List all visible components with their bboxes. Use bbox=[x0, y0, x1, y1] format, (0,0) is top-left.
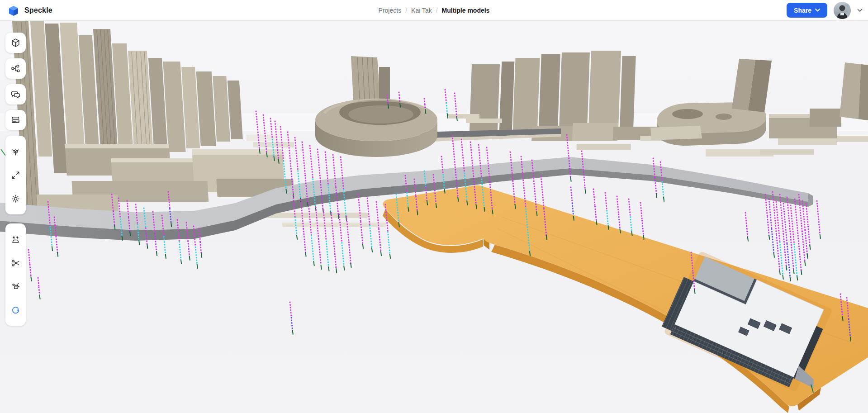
models-button[interactable] bbox=[5, 33, 26, 53]
app-title: Speckle bbox=[24, 6, 52, 14]
breadcrumb-project-name[interactable]: Kai Tak bbox=[411, 7, 432, 14]
speech-bubbles-icon bbox=[10, 89, 21, 100]
user-menu-chevron[interactable] bbox=[857, 9, 863, 12]
cube-icon bbox=[10, 38, 21, 48]
viewer-toolbar bbox=[5, 33, 26, 335]
viewer-canvas[interactable] bbox=[0, 0, 868, 413]
measure-button[interactable] bbox=[5, 110, 26, 130]
explode-button[interactable] bbox=[5, 275, 26, 298]
user-avatar[interactable] bbox=[834, 2, 851, 19]
orbit-button[interactable] bbox=[5, 298, 26, 322]
breadcrumb-projects[interactable]: Projects bbox=[379, 7, 402, 14]
expand-arrows-icon bbox=[10, 170, 21, 180]
user-avatar-photo bbox=[834, 2, 851, 19]
breadcrumb-separator: / bbox=[436, 7, 438, 14]
light-controls-button[interactable] bbox=[5, 187, 26, 210]
tool-controls-panel bbox=[5, 223, 26, 326]
chevron-down-icon bbox=[857, 9, 863, 12]
speckle-logo[interactable]: Speckle bbox=[7, 4, 52, 17]
exploded-cube-icon bbox=[10, 281, 21, 292]
sun-icon bbox=[10, 194, 21, 204]
chevron-down-icon bbox=[815, 9, 820, 12]
view-controls-panel bbox=[5, 136, 26, 214]
top-navigation-bar: Speckle Projects / Kai Tak / Multiple mo… bbox=[0, 0, 868, 21]
breadcrumb-separator: / bbox=[405, 7, 407, 14]
speckle-cube-logo-icon bbox=[7, 4, 20, 17]
projection-button[interactable] bbox=[5, 228, 26, 251]
orbit-arrow-icon bbox=[10, 305, 21, 315]
views-button[interactable] bbox=[5, 140, 26, 163]
breadcrumb: Projects / Kai Tak / Multiple models bbox=[379, 0, 490, 20]
axis-cube-icon bbox=[10, 147, 21, 157]
fit-to-screen-button[interactable] bbox=[5, 163, 26, 187]
discussions-button[interactable] bbox=[5, 84, 26, 104]
section-button[interactable] bbox=[5, 251, 26, 275]
scene-explorer-button[interactable] bbox=[5, 58, 26, 79]
breadcrumb-current-page: Multiple models bbox=[442, 7, 490, 14]
scissors-icon bbox=[10, 258, 21, 268]
share-button-label: Share bbox=[794, 7, 811, 14]
ruler-icon bbox=[10, 115, 21, 125]
hierarchy-icon bbox=[10, 63, 21, 74]
share-button[interactable]: Share bbox=[787, 3, 827, 18]
frustum-arrows-icon bbox=[10, 234, 21, 245]
